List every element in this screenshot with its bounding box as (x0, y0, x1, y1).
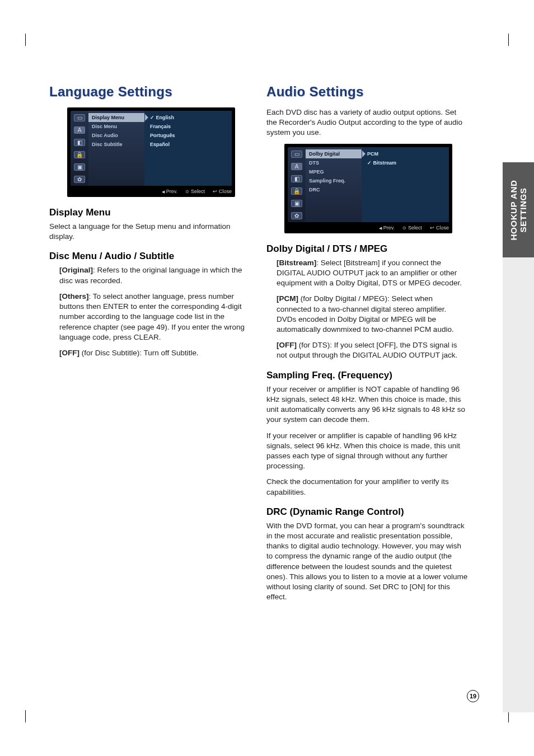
drc-text: With the DVD format, you can hear a prog… (266, 521, 468, 603)
display-menu-text: Select a language for the Setup menu and… (49, 222, 251, 242)
osd-icon-column: ▭A◧🔒▣✿ (71, 111, 88, 186)
osd-category-icon: ▭ (291, 151, 302, 158)
section-tab-line2: SETTINGS (518, 187, 528, 232)
osd-menu-item: Sampling Freq. (306, 176, 362, 185)
section-tab-line1: HOOKUP AND (509, 180, 518, 240)
sampling-heading: Sampling Freq. (Frequency) (266, 370, 468, 381)
crop-mark (25, 34, 38, 46)
disc-menu-heading: Disc Menu / Audio / Subtitle (49, 251, 251, 262)
osd-option-item: English (144, 113, 232, 122)
osd-footer: Prev. Select Close (71, 187, 232, 195)
right-column: Audio Settings Each DVD disc has a varie… (266, 84, 468, 608)
page-number-value: 19 (470, 693, 476, 699)
osd-menu-column: Dolby DigitalDTSMPEGSampling Freq.DRC (306, 147, 362, 222)
osd-prev-label: Prev. (379, 225, 395, 231)
osd-menu-item: DTS (306, 158, 362, 167)
dolby-bitstream-para: [Bitstream]: Select [Bitstream] if you c… (277, 258, 468, 289)
disc-others-label: [Others] (59, 292, 89, 300)
dolby-off-label: [OFF] (277, 341, 297, 349)
dolby-pcm-text: (for Dolby Digital / MPEG): Select when … (277, 294, 454, 334)
osd-option-item: Español (144, 140, 232, 149)
disc-original-label: [Original] (59, 266, 93, 274)
audio-osd: ▭A◧🔒▣✿ Dolby DigitalDTSMPEGSampling Freq… (284, 144, 452, 233)
osd-menu-item: Dolby Digital (306, 149, 362, 158)
disc-original-para: [Original]: Refers to the original langu… (59, 265, 251, 285)
osd-category-icon: ▣ (74, 163, 85, 171)
osd-option-item: Português (144, 131, 232, 140)
osd-menu-column: Display MenuDisc MenuDisc AudioDisc Subt… (88, 111, 144, 186)
osd-menu-item: Disc Subtitle (88, 140, 144, 149)
dolby-heading: Dolby Digital / DTS / MPEG (266, 243, 468, 255)
osd-category-icon: ▣ (291, 200, 302, 207)
osd-footer: Prev. Select Close (288, 224, 449, 232)
osd-category-icon: ▭ (74, 114, 85, 121)
osd-menu-item: MPEG (306, 167, 362, 176)
audio-settings-title: Audio Settings (266, 84, 468, 100)
side-shade (503, 257, 534, 712)
crop-mark (496, 34, 509, 46)
section-tab: HOOKUP AND SETTINGS (503, 162, 534, 257)
osd-category-icon: ◧ (291, 175, 302, 182)
audio-intro-text: Each DVD disc has a variety of audio out… (266, 107, 468, 138)
disc-others-para: [Others]: To select another language, pr… (59, 292, 251, 342)
left-column: Language Settings ▭A◧🔒▣✿ Display MenuDis… (49, 84, 251, 608)
dolby-pcm-label: [PCM] (277, 294, 298, 303)
dolby-off-para: [OFF] (for DTS): If you select [OFF], th… (277, 340, 468, 360)
osd-category-icon: A (291, 163, 302, 170)
osd-menu-item: Disc Menu (88, 122, 144, 131)
osd-close-label: Close (430, 225, 449, 231)
osd-category-icon: ✿ (74, 176, 85, 183)
dolby-off-text: (for DTS): If you select [OFF], the DTS … (277, 341, 457, 359)
osd-category-icon: 🔒 (74, 151, 85, 158)
osd-icon-column: ▭A◧🔒▣✿ (288, 147, 306, 222)
osd-option-item: Français (144, 122, 232, 131)
disc-off-text: (for Disc Subtitle): Turn off Subtitle. (79, 349, 199, 357)
osd-option-item: Bitstream (362, 158, 449, 167)
osd-close-label: Close (213, 189, 232, 194)
dolby-bitstream-label: [Bitstream] (277, 259, 316, 267)
osd-select-label: Select (402, 225, 422, 231)
osd-menu-item: Disc Audio (88, 131, 144, 140)
drc-heading: DRC (Dynamic Range Control) (266, 506, 468, 518)
sampling-p3: Check the documentation for your amplifi… (266, 477, 468, 497)
sampling-p1: If your receiver or amplifier is NOT cap… (266, 384, 468, 425)
osd-category-icon: A (74, 126, 85, 134)
osd-menu-item: Display Menu (88, 113, 144, 122)
osd-menu-item: DRC (306, 185, 362, 194)
language-osd: ▭A◧🔒▣✿ Display MenuDisc MenuDisc AudioDi… (67, 107, 235, 197)
osd-prev-label: Prev. (162, 189, 177, 194)
crop-mark (25, 710, 38, 722)
osd-options-column: EnglishFrançaisPortuguêsEspañol (144, 111, 232, 186)
osd-category-icon: 🔒 (291, 187, 302, 195)
disc-off-label: [OFF] (59, 349, 79, 357)
language-settings-title: Language Settings (49, 84, 251, 100)
dolby-pcm-para: [PCM] (for Dolby Digital / MPEG): Select… (277, 294, 468, 335)
osd-category-icon: ✿ (291, 212, 302, 219)
sampling-p2: If your receiver or amplifier is capable… (266, 431, 468, 472)
osd-options-column: PCMBitstream (362, 147, 449, 222)
page-number: 19 (467, 690, 479, 702)
display-menu-heading: Display Menu (49, 207, 251, 218)
disc-off-para: [OFF] (for Disc Subtitle): Turn off Subt… (59, 348, 251, 358)
osd-option-item: PCM (362, 149, 449, 158)
osd-select-label: Select (185, 189, 205, 194)
osd-category-icon: ◧ (74, 139, 85, 146)
